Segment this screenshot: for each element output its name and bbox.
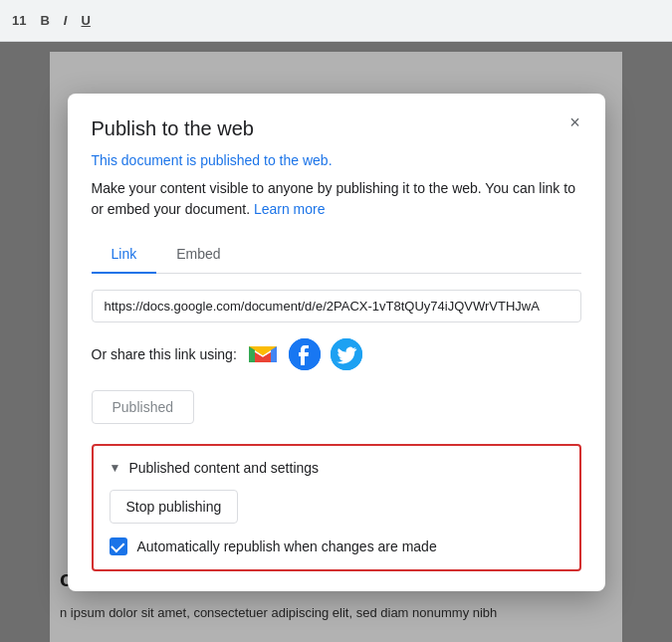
bold-button[interactable]: B bbox=[36, 11, 53, 30]
modal-overlay: Publish to the web × This document is pu… bbox=[0, 42, 672, 642]
published-button-area: Published bbox=[92, 390, 581, 444]
settings-section: ▼ Published content and settings Stop pu… bbox=[92, 444, 581, 571]
stop-publishing-button[interactable]: Stop publishing bbox=[110, 490, 239, 524]
published-status-text: This document is published to the web. bbox=[92, 152, 581, 168]
close-button[interactable]: × bbox=[561, 109, 589, 137]
learn-more-link[interactable]: Learn more bbox=[254, 201, 326, 217]
settings-header[interactable]: ▼ Published content and settings bbox=[110, 460, 563, 476]
dialog-title: Publish to the web bbox=[92, 117, 581, 140]
share-label: Or share this link using: bbox=[92, 346, 237, 362]
close-icon: × bbox=[569, 112, 580, 133]
tab-bar: Link Embed bbox=[92, 236, 581, 274]
share-row: Or share this link using: bbox=[92, 338, 581, 370]
gmail-share-icon[interactable] bbox=[247, 338, 279, 370]
chevron-down-icon: ▼ bbox=[110, 461, 121, 475]
twitter-share-icon[interactable] bbox=[331, 338, 362, 370]
underline-button[interactable]: U bbox=[77, 11, 94, 30]
font-size: 11 bbox=[8, 11, 30, 30]
settings-header-text: Published content and settings bbox=[128, 460, 319, 476]
republish-checkbox[interactable] bbox=[110, 537, 127, 555]
url-input[interactable] bbox=[92, 290, 581, 322]
toolbar: 11 B I U bbox=[0, 0, 672, 42]
republish-checkbox-row: Automatically republish when changes are… bbox=[110, 537, 563, 555]
republish-checkbox-label: Automatically republish when changes are… bbox=[137, 538, 437, 554]
publish-dialog: Publish to the web × This document is pu… bbox=[68, 94, 605, 591]
tab-link[interactable]: Link bbox=[92, 236, 157, 274]
published-status-button: Published bbox=[92, 390, 195, 424]
description-text: Make your content visible to anyone by p… bbox=[92, 178, 581, 220]
tab-embed[interactable]: Embed bbox=[156, 236, 240, 274]
facebook-share-icon[interactable] bbox=[289, 338, 321, 370]
italic-button[interactable]: I bbox=[60, 11, 72, 30]
